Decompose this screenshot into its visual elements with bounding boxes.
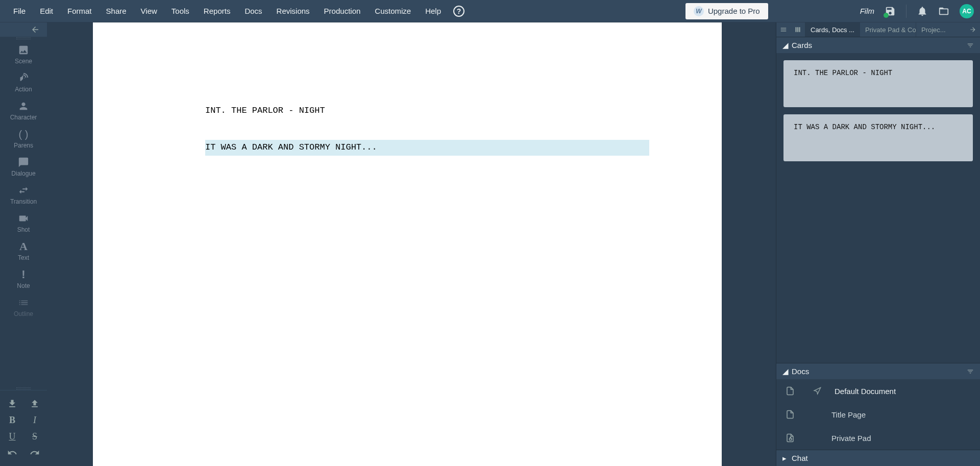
docs-section-header[interactable]: ◢ Docs bbox=[776, 363, 980, 379]
menu-edit[interactable]: Edit bbox=[33, 2, 60, 20]
video-camera-icon bbox=[18, 213, 29, 224]
doc-label: Default Document bbox=[835, 387, 896, 396]
tool-action-label: Action bbox=[15, 86, 32, 93]
panel-expand-icon[interactable] bbox=[966, 22, 980, 37]
scene-heading[interactable]: INT. THE PARLOR - NIGHT bbox=[205, 104, 609, 117]
tool-text-label: Text bbox=[18, 254, 29, 261]
tab-private-pad[interactable]: Private Pad & Co... bbox=[860, 22, 916, 37]
tool-scene[interactable]: Scene bbox=[0, 40, 47, 68]
doc-label: Title Page bbox=[831, 410, 866, 419]
doc-title-page[interactable]: Title Page bbox=[776, 403, 980, 426]
menu-file[interactable]: File bbox=[6, 2, 33, 20]
divider bbox=[906, 5, 906, 18]
tool-character[interactable]: Character bbox=[0, 96, 47, 124]
page-scroll[interactable]: INT. THE PARLOR - NIGHT IT WAS A DARK AN… bbox=[93, 22, 730, 466]
undo-button[interactable] bbox=[7, 448, 17, 458]
menu-production[interactable]: Production bbox=[317, 2, 368, 20]
menu-docs[interactable]: Docs bbox=[237, 2, 269, 20]
tab-project[interactable]: Projec... bbox=[916, 22, 951, 37]
tool-transition-label: Transition bbox=[10, 198, 37, 205]
document-icon bbox=[786, 410, 803, 419]
document-lock-icon bbox=[786, 433, 803, 443]
script-page[interactable]: INT. THE PARLOR - NIGHT IT WAS A DARK AN… bbox=[93, 22, 722, 466]
upload-icon[interactable] bbox=[30, 399, 40, 409]
tool-parens[interactable]: ( ) Parens bbox=[0, 124, 47, 152]
chat-title: Chat bbox=[792, 454, 808, 462]
underline-button[interactable]: U bbox=[7, 431, 17, 442]
redo-button[interactable] bbox=[30, 448, 40, 458]
tool-action[interactable]: Action bbox=[0, 68, 47, 96]
workspace: Scene Action Character ( ) Parens Dialog… bbox=[0, 22, 980, 466]
help-icon[interactable]: ? bbox=[453, 6, 464, 17]
menu-revisions[interactable]: Revisions bbox=[270, 2, 317, 20]
scene-card[interactable]: INT. THE PARLOR - NIGHT bbox=[783, 60, 973, 107]
panel-menu-icon[interactable] bbox=[776, 22, 791, 37]
text-a-icon: A bbox=[18, 241, 29, 252]
menu-reports[interactable]: Reports bbox=[197, 2, 238, 20]
tool-shot[interactable]: Shot bbox=[0, 208, 47, 236]
tool-outline-peek[interactable]: Outline bbox=[0, 292, 47, 321]
save-status-indicator bbox=[884, 13, 889, 18]
docs-list: Default Document Title Page Private Pad bbox=[776, 379, 980, 450]
download-icon[interactable] bbox=[7, 399, 17, 409]
filter-icon[interactable] bbox=[967, 42, 974, 49]
sidebar-collapse-button[interactable] bbox=[0, 22, 47, 37]
caret-down-icon: ◢ bbox=[782, 367, 788, 376]
app-logo-icon: W bbox=[694, 6, 704, 16]
menu-customize[interactable]: Customize bbox=[368, 2, 418, 20]
tool-text[interactable]: A Text bbox=[0, 236, 47, 264]
list-icon bbox=[18, 297, 29, 308]
caret-down-icon: ◢ bbox=[782, 41, 788, 50]
left-sidebar: Scene Action Character ( ) Parens Dialog… bbox=[0, 22, 47, 466]
tool-dialogue[interactable]: Dialogue bbox=[0, 152, 47, 180]
editor-area: INT. THE PARLOR - NIGHT IT WAS A DARK AN… bbox=[47, 22, 776, 466]
menu-help[interactable]: Help bbox=[418, 2, 448, 20]
action-line[interactable]: IT WAS A DARK AND STORMY NIGHT... bbox=[205, 140, 649, 155]
project-type-label: Film bbox=[860, 7, 874, 15]
menu-items: File Edit Format Share View Tools Report… bbox=[6, 2, 464, 20]
menu-share[interactable]: Share bbox=[99, 2, 134, 20]
swap-arrows-icon bbox=[18, 185, 29, 196]
tool-note[interactable]: ! Note bbox=[0, 264, 47, 292]
format-tools: Scene Action Character ( ) Parens Dialog… bbox=[0, 40, 47, 387]
chat-section-header[interactable]: ▸ Chat bbox=[776, 450, 980, 466]
location-arrow-icon bbox=[813, 387, 821, 395]
bold-button[interactable]: B bbox=[7, 415, 17, 425]
menu-format[interactable]: Format bbox=[60, 2, 99, 20]
person-icon bbox=[18, 101, 29, 112]
scene-card[interactable]: IT WAS A DARK AND STORMY NIGHT... bbox=[783, 114, 973, 161]
upgrade-to-pro-button[interactable]: W Upgrade to Pro bbox=[685, 3, 768, 19]
speech-bubble-icon bbox=[18, 157, 29, 168]
tool-note-label: Note bbox=[17, 282, 30, 289]
caret-right-icon: ▸ bbox=[782, 454, 788, 463]
docs-title: Docs bbox=[792, 367, 809, 376]
doc-private-pad[interactable]: Private Pad bbox=[776, 426, 980, 450]
strikethrough-button[interactable]: S bbox=[30, 431, 40, 442]
megaphone-icon bbox=[18, 72, 29, 84]
cards-section-header[interactable]: ◢ Cards bbox=[776, 37, 980, 53]
panel-columns-icon[interactable] bbox=[791, 22, 805, 37]
right-panel: Cards, Docs ... Private Pad & Co... Proj… bbox=[776, 22, 980, 466]
menu-view[interactable]: View bbox=[134, 2, 164, 20]
doc-default-document[interactable]: Default Document bbox=[776, 379, 980, 403]
tool-shot-label: Shot bbox=[17, 226, 30, 233]
upgrade-label: Upgrade to Pro bbox=[708, 7, 760, 15]
style-tools: B I U S bbox=[0, 390, 47, 466]
bell-icon[interactable] bbox=[917, 6, 928, 17]
doc-label: Private Pad bbox=[831, 434, 871, 443]
tool-dialogue-label: Dialogue bbox=[11, 170, 35, 177]
menubar-right: Film AC bbox=[860, 4, 974, 18]
menu-tools[interactable]: Tools bbox=[164, 2, 197, 20]
user-avatar[interactable]: AC bbox=[960, 4, 974, 18]
tool-transition[interactable]: Transition bbox=[0, 180, 47, 208]
folder-open-icon[interactable] bbox=[938, 6, 949, 17]
tab-cards-docs[interactable]: Cards, Docs ... bbox=[805, 22, 860, 37]
italic-button[interactable]: I bbox=[30, 415, 40, 425]
filter-icon[interactable] bbox=[967, 368, 974, 375]
exclamation-icon: ! bbox=[18, 269, 29, 280]
tool-parens-label: Parens bbox=[14, 142, 33, 149]
top-menubar: File Edit Format Share View Tools Report… bbox=[0, 0, 980, 22]
tool-scene-label: Scene bbox=[15, 58, 32, 65]
save-icon[interactable] bbox=[885, 6, 896, 17]
parentheses-icon: ( ) bbox=[18, 129, 29, 140]
